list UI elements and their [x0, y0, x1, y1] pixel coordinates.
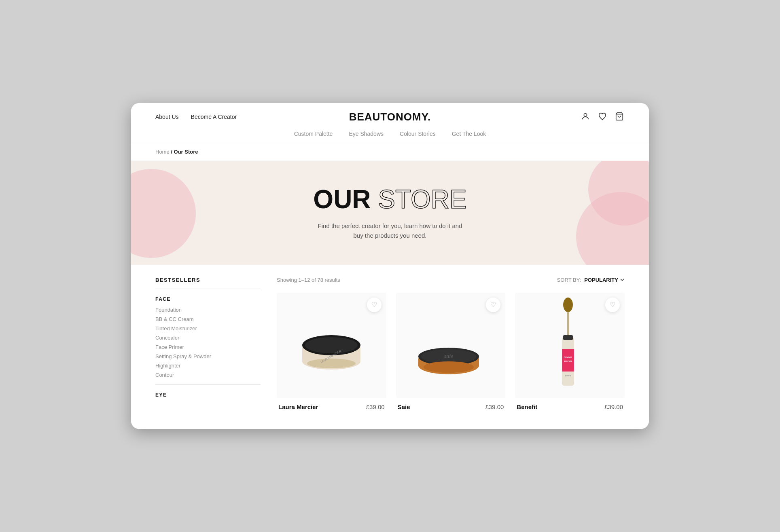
sidebar-divider: [155, 289, 261, 289]
heart-icon-3: ♡: [610, 302, 615, 308]
product-brand-2: Saie: [398, 403, 410, 410]
sort-by-value: POPULARITY: [584, 277, 618, 283]
sidebar-item-bb-cc-cream[interactable]: BB & CC Cream: [155, 316, 261, 322]
product-card-3: ♡ GIMME BROW benefit: [515, 293, 625, 413]
main-content: BESTSELLERS FACE Foundation BB & CC Crea…: [131, 265, 649, 429]
header-icons: [581, 112, 625, 122]
nav-left: About Us Become A Creator: [155, 114, 237, 120]
sidebar-item-face-primer[interactable]: Face Primer: [155, 344, 261, 350]
sidebar: BESTSELLERS FACE Foundation BB & CC Crea…: [155, 277, 261, 413]
hero-banner: OUR STORE Find the perfect creator for y…: [131, 161, 649, 264]
heart-icon-1: ♡: [371, 302, 377, 308]
wishlist-button-1[interactable]: ♡: [367, 298, 382, 312]
nav-become-creator[interactable]: Become A Creator: [191, 114, 237, 120]
nav-get-the-look[interactable]: Get The Look: [452, 131, 486, 137]
product-info-3: Benefit £39.00: [515, 398, 625, 413]
sort-by: SORT BY: POPULARITY: [557, 277, 625, 283]
nav-colour-stories[interactable]: Colour Stories: [400, 131, 436, 137]
hero-title-outline: STORE: [378, 185, 466, 214]
svg-point-13: [424, 361, 474, 373]
product-image-1: LAURA MERCIER: [295, 309, 368, 382]
product-price-3: £39.00: [604, 403, 623, 410]
product-price-2: £39.00: [485, 403, 504, 410]
header: About Us Become A Creator BEAUTONOMY.: [131, 103, 649, 143]
hero-title-bold: OUR: [313, 185, 371, 214]
product-card-2: ♡ saie: [396, 293, 506, 413]
svg-point-20: [563, 298, 573, 312]
sort-by-select[interactable]: POPULARITY: [584, 277, 625, 283]
sort-by-label: SORT BY:: [557, 277, 581, 283]
sidebar-item-foundation[interactable]: Foundation: [155, 307, 261, 313]
bag-icon[interactable]: [615, 112, 625, 122]
breadcrumb: Home / Our Store: [131, 143, 649, 161]
wishlist-icon[interactable]: [598, 112, 608, 122]
sidebar-item-contour[interactable]: Contour: [155, 372, 261, 378]
sidebar-item-tinted-moisturizer[interactable]: Tinted Moisturizer: [155, 325, 261, 331]
svg-text:saie: saie: [444, 353, 454, 359]
svg-text:BROW: BROW: [564, 360, 572, 363]
product-brand-3: Benefit: [517, 403, 537, 410]
sidebar-divider-2: [155, 384, 261, 385]
account-icon[interactable]: [581, 112, 591, 122]
wishlist-button-2[interactable]: ♡: [486, 298, 500, 312]
browser-frame: About Us Become A Creator BEAUTONOMY.: [131, 103, 649, 429]
svg-point-5: [305, 337, 358, 353]
svg-text:GIMME: GIMME: [564, 356, 572, 359]
product-image-wrap-3: ♡ GIMME BROW benefit: [515, 293, 625, 398]
product-image-2: saie: [412, 309, 489, 382]
header-nav: Custom Palette Eye Shadows Colour Storie…: [155, 126, 625, 143]
product-card-1: ♡ LAURA MERC: [277, 293, 386, 413]
product-grid: ♡ LAURA MERC: [277, 293, 625, 413]
showing-text: Showing 1–12 of 78 results: [277, 277, 340, 283]
product-brand-1: Laura Mercier: [278, 403, 318, 410]
svg-point-0: [584, 114, 587, 116]
nav-custom-palette[interactable]: Custom Palette: [294, 131, 333, 137]
sidebar-item-setting-spray[interactable]: Setting Spray & Powder: [155, 353, 261, 359]
sidebar-item-highlighter[interactable]: Highlighter: [155, 363, 261, 369]
wishlist-button-3[interactable]: ♡: [605, 298, 620, 312]
breadcrumb-home[interactable]: Home: [155, 149, 170, 155]
svg-point-6: [307, 359, 356, 368]
logo[interactable]: BEAUTONOMY.: [349, 111, 431, 123]
product-image-wrap-2: ♡ saie: [396, 293, 506, 398]
sidebar-title: BESTSELLERS: [155, 277, 261, 283]
product-image-wrap-1: ♡ LAURA MERC: [277, 293, 386, 398]
nav-eye-shadows[interactable]: Eye Shadows: [349, 131, 384, 137]
sidebar-category-face: FACE: [155, 296, 261, 302]
breadcrumb-separator: /: [171, 149, 174, 155]
product-info-1: Laura Mercier £39.00: [277, 398, 386, 413]
product-info-2: Saie £39.00: [396, 398, 506, 413]
products-header: Showing 1–12 of 78 results SORT BY: POPU…: [277, 277, 625, 283]
heart-icon-2: ♡: [490, 302, 496, 308]
svg-text:benefit: benefit: [565, 374, 571, 377]
sidebar-item-concealer[interactable]: Concealer: [155, 335, 261, 341]
breadcrumb-current: Our Store: [174, 149, 198, 155]
svg-rect-21: [563, 335, 573, 340]
nav-about-us[interactable]: About Us: [155, 114, 179, 120]
hero-subtitle: Find the perfect creator for you, learn …: [131, 221, 649, 241]
products-section: Showing 1–12 of 78 results SORT BY: POPU…: [277, 277, 625, 413]
hero-title: OUR STORE: [131, 185, 649, 213]
product-image-3: GIMME BROW benefit: [544, 297, 596, 394]
chevron-down-icon: [620, 277, 625, 282]
product-price-1: £39.00: [366, 403, 385, 410]
sidebar-category-eye: EYE: [155, 392, 261, 398]
